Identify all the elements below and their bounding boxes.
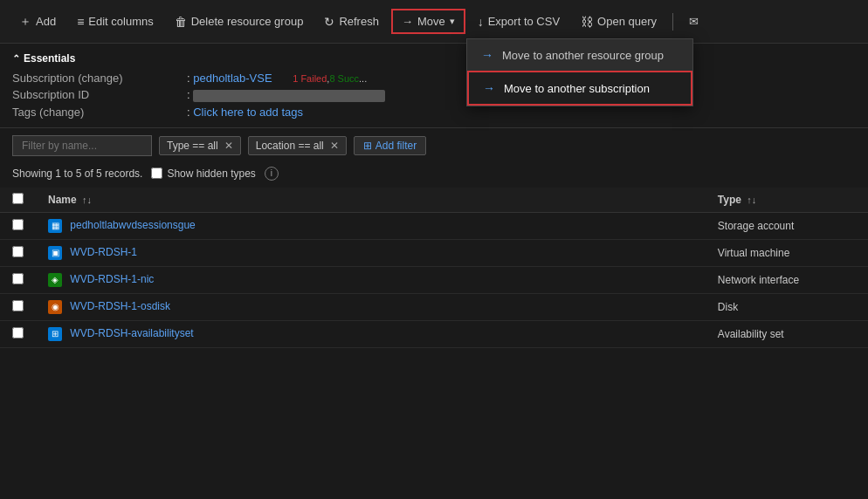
resource-name-link[interactable]: WVD-RDSH-1 <box>70 246 137 258</box>
row-checkbox-3[interactable] <box>12 300 24 311</box>
resource-type-icon: ▣ <box>48 246 62 260</box>
resource-table-container: Name ↑↓ Type ↑↓ ▦ pedholtlabwvdsessionsg… <box>0 188 868 348</box>
row-name-cell: ▦ pedholtlabwvdsessionsgue <box>36 212 706 239</box>
table-header-row: Name ↑↓ Type ↑↓ <box>0 188 868 213</box>
row-checkbox-0[interactable] <box>12 219 24 230</box>
subscription-id-blurred <box>193 90 385 102</box>
columns-icon: ≡ <box>77 15 84 29</box>
move-button[interactable]: → Move ▾ <box>391 9 465 34</box>
resource-type-icon: ◉ <box>48 300 62 314</box>
move-dropdown: → Move to another resource group → Move … <box>466 38 693 106</box>
move-chevron-icon: ▾ <box>450 16 455 27</box>
move-subscription-arrow-icon: → <box>483 81 495 95</box>
essentials-title: ⌃ Essentials <box>12 52 856 65</box>
row-checkbox-cell <box>0 239 36 266</box>
row-checkbox-cell <box>0 293 36 320</box>
col-name-header[interactable]: Name ↑↓ <box>36 188 706 213</box>
resource-name-link[interactable]: WVD-RDSH-1-nic <box>70 273 154 285</box>
add-button[interactable]: ＋ Add <box>10 10 65 34</box>
row-type-cell: Availability set <box>706 320 868 347</box>
tags-value: : Click here to add tags <box>187 106 856 119</box>
subscription-link[interactable]: pedholtlab-VSE <box>193 72 272 85</box>
feedback-button[interactable]: ✉ <box>680 10 707 32</box>
row-type-cell: Virtual machine <box>706 239 868 266</box>
row-checkbox-cell <box>0 266 36 293</box>
row-type-cell: Disk <box>706 293 868 320</box>
move-arrow-icon: → <box>402 15 413 28</box>
row-name-cell: ◉ WVD-RDSH-1-osdisk <box>36 293 706 320</box>
chevron-up-icon: ⌃ <box>12 53 20 65</box>
resource-name-link[interactable]: pedholtlabwvdsessionsgue <box>70 219 195 231</box>
subscription-label: Subscription (change) <box>12 72 187 85</box>
toolbar: ＋ Add ≡ Edit columns 🗑 Delete resource g… <box>0 0 868 44</box>
add-filter-icon: ⊞ <box>363 140 372 152</box>
open-query-button[interactable]: ⛓ Open query <box>572 10 665 33</box>
subscription-status: 1 Failed,8 Succ... <box>293 73 367 84</box>
type-sort-icon: ↑↓ <box>747 195 756 205</box>
row-checkbox-1[interactable] <box>12 246 24 257</box>
query-icon: ⛓ <box>581 15 593 29</box>
tags-label: Tags (change) <box>12 106 187 119</box>
essentials-section: ⌃ Essentials Subscription (change) : ped… <box>0 44 868 128</box>
type-filter-chip[interactable]: Type == all ✕ <box>159 136 241 155</box>
add-icon: ＋ <box>19 14 31 30</box>
subscription-id-label: Subscription ID <box>12 88 187 102</box>
table-row: ⊞ WVD-RDSH-availabilityset Availability … <box>0 320 868 347</box>
tags-add-link[interactable]: Click here to add tags <box>193 106 303 119</box>
table-row: ▦ pedholtlabwvdsessionsgue Storage accou… <box>0 212 868 239</box>
export-icon: ↓ <box>478 15 484 29</box>
move-subscription-item[interactable]: → Move to another subscription <box>467 71 692 106</box>
toolbar-separator <box>672 13 673 31</box>
add-filter-button[interactable]: ⊞ Add filter <box>354 136 426 155</box>
feedback-icon: ✉ <box>689 15 699 28</box>
select-all-header <box>0 188 36 213</box>
name-sort-icon: ↑↓ <box>82 195 92 205</box>
resource-name-link[interactable]: WVD-RDSH-1-osdisk <box>70 300 170 312</box>
resource-name-link[interactable]: WVD-RDSH-availabilityset <box>70 327 193 339</box>
resource-type-icon: ◈ <box>48 273 62 287</box>
info-icon[interactable]: i <box>265 167 279 181</box>
table-row: ◈ WVD-RDSH-1-nic Network interface <box>0 266 868 293</box>
table-body: ▦ pedholtlabwvdsessionsgue Storage accou… <box>0 212 868 347</box>
delete-button[interactable]: 🗑 Delete resource group <box>166 10 313 33</box>
row-checkbox-cell <box>0 320 36 347</box>
essentials-grid: Subscription (change) : pedholtlab-VSE 1… <box>12 72 856 119</box>
refresh-button[interactable]: ↻ Refresh <box>315 10 388 33</box>
row-name-cell: ◈ WVD-RDSH-1-nic <box>36 266 706 293</box>
export-button[interactable]: ↓ Export to CSV <box>469 10 568 33</box>
type-filter-clear-icon[interactable]: ✕ <box>224 140 233 152</box>
records-bar: Showing 1 to 5 of 5 records. Show hidden… <box>0 163 868 188</box>
filter-name-input[interactable] <box>12 135 152 156</box>
row-name-cell: ⊞ WVD-RDSH-availabilityset <box>36 320 706 347</box>
table-row: ▣ WVD-RDSH-1 Virtual machine <box>0 239 868 266</box>
resource-type-icon: ▦ <box>48 219 62 233</box>
table-row: ◉ WVD-RDSH-1-osdisk Disk <box>0 293 868 320</box>
filter-bar: Type == all ✕ Location == all ✕ ⊞ Add fi… <box>0 128 868 163</box>
records-count: Showing 1 to 5 of 5 records. <box>12 167 142 180</box>
refresh-icon: ↻ <box>324 15 334 29</box>
show-hidden-label[interactable]: Show hidden types <box>151 167 255 180</box>
row-name-cell: ▣ WVD-RDSH-1 <box>36 239 706 266</box>
row-type-cell: Storage account <box>706 212 868 239</box>
location-filter-chip[interactable]: Location == all ✕ <box>248 136 347 155</box>
move-resource-group-arrow-icon: → <box>481 48 493 62</box>
col-type-header[interactable]: Type ↑↓ <box>706 188 868 213</box>
row-checkbox-4[interactable] <box>12 327 24 338</box>
resource-table: Name ↑↓ Type ↑↓ ▦ pedholtlabwvdsessionsg… <box>0 188 868 348</box>
row-checkbox-cell <box>0 212 36 239</box>
move-resource-group-item[interactable]: → Move to another resource group <box>467 39 692 71</box>
edit-columns-button[interactable]: ≡ Edit columns <box>68 10 162 33</box>
row-checkbox-2[interactable] <box>12 273 24 284</box>
delete-icon: 🗑 <box>175 15 187 29</box>
select-all-checkbox[interactable] <box>12 193 24 204</box>
show-hidden-checkbox[interactable] <box>151 167 162 179</box>
location-filter-clear-icon[interactable]: ✕ <box>330 140 339 152</box>
row-type-cell: Network interface <box>706 266 868 293</box>
resource-type-icon: ⊞ <box>48 327 62 341</box>
